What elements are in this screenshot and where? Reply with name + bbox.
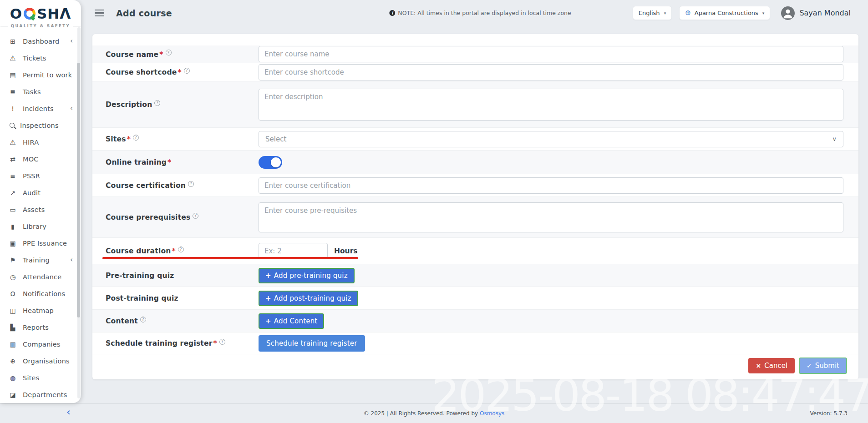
form-row-pre-training-quiz: Pre-training quiz+Add pre-training quiz — [92, 264, 858, 287]
sidebar-collapse-button[interactable]: ‹ — [66, 407, 71, 417]
course-prerequisites-textarea[interactable] — [259, 202, 843, 232]
sidebar-item-sites[interactable]: ◍Sites — [0, 369, 77, 386]
course-duration-label: Course duration* — [106, 247, 176, 255]
add-course-card: Course name*?Course shortcode*?Descripti… — [92, 34, 858, 379]
pssr-icon: ≡ — [8, 172, 17, 180]
organisation-label: Aparna Constructions — [695, 10, 758, 16]
help-icon[interactable]: ? — [154, 100, 160, 106]
check-icon: ✓ — [807, 362, 812, 369]
sidebar-item-audit[interactable]: ↗Audit — [0, 184, 77, 201]
button-label: Add pre-training quiz — [274, 272, 348, 280]
submit-button-label: Submit — [815, 362, 839, 370]
plus-icon: + — [265, 272, 271, 280]
help-icon[interactable]: ? — [178, 247, 184, 252]
tickets-icon: ⚠ — [8, 54, 17, 62]
sites-control-cell: Select∨ — [259, 131, 858, 147]
sidebar-scrollbar-thumb[interactable] — [77, 63, 80, 317]
sidebar-item-hira[interactable]: ⚠HIRA — [0, 134, 77, 151]
sidebar-item-inspections[interactable]: Inspections — [0, 117, 77, 134]
sidebar-item-label: Organisations — [23, 358, 70, 365]
user-menu[interactable]: Sayan Mondal — [781, 6, 851, 20]
sidebar-item-ppe-issuance[interactable]: ▣PPE Issuance — [0, 235, 77, 252]
sidebar-item-dashboard[interactable]: ⊞Dashboard‹ — [0, 33, 77, 50]
sidebar-item-label: Inspections — [20, 122, 59, 129]
sidebar-item-assets[interactable]: ▭Assets — [0, 201, 77, 218]
sidebar-item-label: Training — [23, 257, 50, 264]
logo-letter: O — [10, 5, 22, 22]
sidebar-item-notifications[interactable]: ΩNotifications — [0, 285, 77, 302]
add-content-button[interactable]: +Add Content — [259, 313, 324, 329]
sites-select[interactable]: Select∨ — [259, 131, 843, 147]
heatmap-icon: ◫ — [8, 307, 17, 314]
schedule-training-register-button[interactable]: Schedule training register — [259, 335, 365, 352]
field-label-cell: Course certification? — [92, 181, 259, 190]
sidebar-item-departments[interactable]: ◪Departments — [0, 386, 77, 403]
course-shortcode-input[interactable] — [259, 64, 843, 81]
version-label: Version: 5.7.3 — [810, 410, 848, 417]
sidebar-item-organisations[interactable]: ⊕Organisations — [0, 352, 77, 369]
field-label-cell: Sites*? — [92, 135, 259, 143]
sidebar-item-permit-to-work[interactable]: ▤Permit to work — [0, 66, 77, 83]
sidebar-item-heatmap[interactable]: ◫Heatmap — [0, 302, 77, 319]
required-asterisk: * — [168, 158, 171, 166]
sidebar-item-moc[interactable]: ⇄MOC — [0, 151, 77, 167]
dashboard-icon: ⊞ — [8, 38, 17, 45]
powered-by-link[interactable]: Osmosys — [480, 410, 504, 417]
course-certification-control-cell — [259, 177, 858, 194]
sidebar-item-tasks[interactable]: ≣Tasks — [0, 83, 77, 100]
hamburger-menu-icon[interactable] — [95, 10, 104, 16]
language-dropdown[interactable]: English ▾ — [633, 6, 672, 20]
post-training-quiz-label: Post-training quiz — [106, 294, 178, 302]
ppe-issuance-icon: ▣ — [8, 240, 17, 247]
reports-icon: ▙ — [8, 324, 17, 331]
sidebar-item-reports[interactable]: ▙Reports — [0, 319, 77, 336]
course-name-input[interactable] — [259, 46, 843, 62]
schedule-training-register-label: Schedule training register* — [106, 339, 217, 347]
field-label-cell: Course shortcode*? — [92, 68, 259, 76]
help-icon[interactable]: ? — [188, 181, 194, 187]
attendance-icon: ◷ — [8, 273, 17, 281]
field-label-cell: Post-training quiz — [92, 294, 259, 302]
sidebar-item-label: Reports — [23, 324, 49, 331]
sidebar-item-training[interactable]: ⚑Training‹ — [0, 252, 77, 268]
description-textarea[interactable] — [259, 89, 843, 121]
library-icon: ▮ — [8, 223, 17, 230]
sidebar-item-label: HIRA — [23, 139, 39, 146]
sidebar-scrollbar-track[interactable] — [77, 27, 81, 398]
language-label: English — [639, 10, 660, 16]
content-label: Content — [106, 317, 138, 325]
form-row-sites: Sites*?Select∨ — [92, 127, 858, 150]
organisation-dropdown[interactable]: ⊕ Aparna Constructions ▾ — [679, 6, 770, 20]
add-post-training-quiz-button[interactable]: +Add post-training quiz — [259, 291, 358, 306]
x-icon: × — [756, 362, 761, 369]
online-training-toggle[interactable] — [259, 156, 282, 169]
sidebar-item-companies[interactable]: ▥Companies — [0, 336, 77, 352]
help-icon[interactable]: ? — [133, 135, 139, 141]
header-right: English ▾ ⊕ Aparna Constructions ▾ Sayan… — [633, 6, 851, 20]
sidebar-item-pssr[interactable]: ≡PSSR — [0, 167, 77, 184]
field-label-cell: Description? — [92, 100, 259, 109]
companies-icon: ▥ — [8, 341, 17, 348]
help-icon[interactable]: ? — [166, 50, 172, 55]
help-icon[interactable]: ? — [184, 68, 190, 74]
sidebar-item-attendance[interactable]: ◷Attendance — [0, 268, 77, 285]
sidebar-item-library[interactable]: ▮Library — [0, 218, 77, 235]
sidebar-item-tickets[interactable]: ⚠Tickets — [0, 50, 77, 66]
chevron-down-icon: ∨ — [832, 136, 837, 142]
course-prerequisites-label: Course prerequisites — [106, 213, 190, 222]
add-pre-training-quiz-button[interactable]: +Add pre-training quiz — [259, 268, 355, 283]
form-row-course-prerequisites: Course prerequisites? — [92, 196, 858, 237]
info-icon: i — [389, 10, 395, 16]
avatar — [781, 6, 795, 20]
sidebar-item-incidents[interactable]: !Incidents‹ — [0, 100, 77, 117]
help-icon[interactable]: ? — [193, 213, 198, 219]
organisations-icon: ⊕ — [8, 358, 17, 365]
submit-button[interactable]: ✓ Submit — [799, 358, 847, 374]
inspections-icon — [10, 123, 15, 128]
help-icon[interactable]: ? — [140, 317, 146, 322]
course-certification-input[interactable] — [259, 177, 843, 194]
online-training-control-cell — [259, 156, 858, 169]
sidebar-item-label: PSSR — [23, 172, 40, 180]
cancel-button[interactable]: × Cancel — [748, 358, 795, 373]
help-icon[interactable]: ? — [219, 339, 225, 345]
